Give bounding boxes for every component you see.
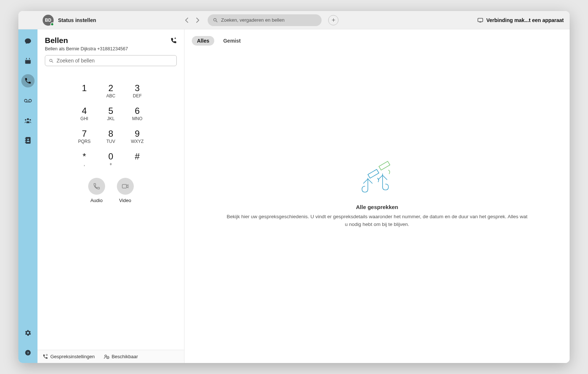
dial-search-input[interactable]: Zoeken of bellen bbox=[45, 55, 177, 66]
nav-back-icon[interactable] bbox=[185, 18, 190, 23]
empty-body: Bekijk hier uw gespreksgeschiedenis. U v… bbox=[226, 213, 528, 228]
phone-handset-icon bbox=[93, 183, 100, 190]
dial-key-5[interactable]: 5JKL bbox=[98, 107, 124, 121]
svg-point-10 bbox=[24, 99, 27, 102]
nav-voicemail[interactable] bbox=[21, 94, 35, 107]
call-settings-link[interactable]: Gespreksinstellingen bbox=[43, 354, 95, 359]
presence-dot-icon bbox=[50, 22, 54, 26]
svg-rect-7 bbox=[25, 59, 31, 60]
calling-panel: Bellen Bellen als Bernie Dijkstra +31881… bbox=[37, 29, 184, 363]
phone-settings-icon bbox=[43, 354, 48, 359]
dial-key-9[interactable]: 9WXYZ bbox=[124, 129, 151, 144]
dial-key-4[interactable]: 4GHI bbox=[71, 107, 98, 121]
svg-text:?: ? bbox=[27, 351, 29, 355]
empty-call-history: Alle gesprekken Bekijk hier uw gespreksg… bbox=[184, 29, 570, 363]
svg-rect-16 bbox=[26, 137, 31, 144]
search-icon bbox=[49, 58, 54, 63]
svg-point-17 bbox=[27, 139, 29, 140]
dial-search-placeholder: Zoeken of bellen bbox=[57, 58, 95, 64]
dial-key-star[interactable]: *, bbox=[71, 152, 98, 167]
history-nav bbox=[185, 18, 201, 23]
nav-messages[interactable] bbox=[21, 35, 35, 48]
user-avatar[interactable]: BD bbox=[43, 15, 54, 26]
call-settings-label: Gespreksinstellingen bbox=[50, 354, 95, 359]
dial-key-hash[interactable]: # bbox=[124, 152, 151, 167]
svg-point-29 bbox=[105, 355, 107, 357]
nav-forward-icon[interactable] bbox=[196, 18, 201, 23]
plus-icon bbox=[331, 18, 336, 22]
empty-title: Alle gesprekken bbox=[356, 204, 398, 210]
device-icon bbox=[477, 18, 483, 23]
video-label: Video bbox=[119, 198, 131, 203]
nav-settings[interactable] bbox=[21, 326, 35, 339]
nav-meetings[interactable] bbox=[21, 54, 35, 68]
dial-key-6[interactable]: 6MNO bbox=[124, 107, 151, 121]
gear-icon bbox=[25, 330, 31, 336]
audio-call-button[interactable]: Audio bbox=[88, 178, 105, 203]
dial-key-1[interactable]: 1 bbox=[71, 84, 98, 98]
svg-point-14 bbox=[25, 119, 26, 121]
team-icon bbox=[24, 117, 32, 124]
svg-point-0 bbox=[214, 18, 216, 21]
dial-key-2[interactable]: 2ABC bbox=[98, 84, 124, 98]
app-body: ? Bellen Bellen als Bernie Dijkstra +318… bbox=[18, 29, 570, 363]
nav-teams[interactable] bbox=[21, 114, 35, 127]
svg-point-13 bbox=[27, 118, 29, 120]
nav-help[interactable]: ? bbox=[21, 346, 35, 359]
search-icon bbox=[213, 18, 218, 23]
add-button[interactable] bbox=[328, 15, 338, 25]
dial-key-7[interactable]: 7PQRS bbox=[71, 129, 98, 144]
svg-point-28 bbox=[46, 354, 47, 356]
phone-icon bbox=[24, 77, 32, 84]
panel-footer: Gespreksinstellingen Beschikbaar bbox=[37, 350, 184, 363]
dialpad: 1 2ABC 3DEF 4GHI 5JKL 6MNO 7PQRS 8TUV 9W… bbox=[37, 84, 184, 167]
dial-key-3[interactable]: 3DEF bbox=[124, 84, 151, 98]
caller-id-subtitle: Bellen als Bernie Dijkstra +31881234567 bbox=[37, 46, 184, 55]
chat-icon bbox=[24, 37, 32, 45]
avatar-initials: BD bbox=[45, 18, 51, 23]
availability-label: Beschikbaar bbox=[112, 354, 138, 359]
connect-device-label: Verbinding mak...t een apparaat bbox=[486, 17, 564, 23]
help-icon: ? bbox=[25, 349, 31, 356]
empty-illustration-icon bbox=[357, 158, 397, 195]
nav-contacts[interactable] bbox=[21, 134, 35, 147]
svg-rect-4 bbox=[478, 18, 483, 21]
availability-link[interactable]: Beschikbaar bbox=[104, 354, 138, 359]
status-link[interactable]: Status instellen bbox=[58, 17, 96, 23]
svg-line-1 bbox=[216, 21, 218, 22]
voicemail-icon bbox=[24, 98, 32, 103]
app-window: BD Status instellen Zoeken, vergaderen e… bbox=[18, 11, 570, 363]
svg-point-11 bbox=[29, 99, 31, 102]
svg-line-26 bbox=[52, 61, 53, 62]
svg-rect-27 bbox=[122, 184, 126, 188]
main-content: Alles Gemist bbox=[184, 29, 570, 363]
sidebar: ? bbox=[18, 29, 37, 363]
svg-point-15 bbox=[29, 119, 31, 121]
global-search-placeholder: Zoeken, vergaderen en bellen bbox=[221, 17, 284, 23]
call-actions: Audio Video bbox=[37, 178, 184, 203]
audio-label: Audio bbox=[90, 198, 103, 203]
calendar-icon bbox=[24, 57, 32, 65]
dial-key-0[interactable]: 0+ bbox=[98, 152, 124, 167]
nav-calling[interactable] bbox=[21, 74, 35, 87]
global-search[interactable]: Zoeken, vergaderen en bellen bbox=[208, 14, 322, 26]
video-camera-icon bbox=[122, 183, 129, 189]
connect-device[interactable]: Verbinding mak...t een apparaat bbox=[477, 17, 564, 23]
panel-title: Bellen bbox=[45, 36, 68, 45]
titlebar: BD Status instellen Zoeken, vergaderen e… bbox=[18, 11, 570, 29]
outgoing-call-icon[interactable] bbox=[171, 37, 177, 44]
video-call-button[interactable]: Video bbox=[117, 178, 134, 203]
svg-point-25 bbox=[50, 59, 52, 62]
availability-icon bbox=[104, 354, 110, 359]
dial-key-8[interactable]: 8TUV bbox=[98, 129, 124, 144]
contacts-icon bbox=[25, 137, 31, 144]
